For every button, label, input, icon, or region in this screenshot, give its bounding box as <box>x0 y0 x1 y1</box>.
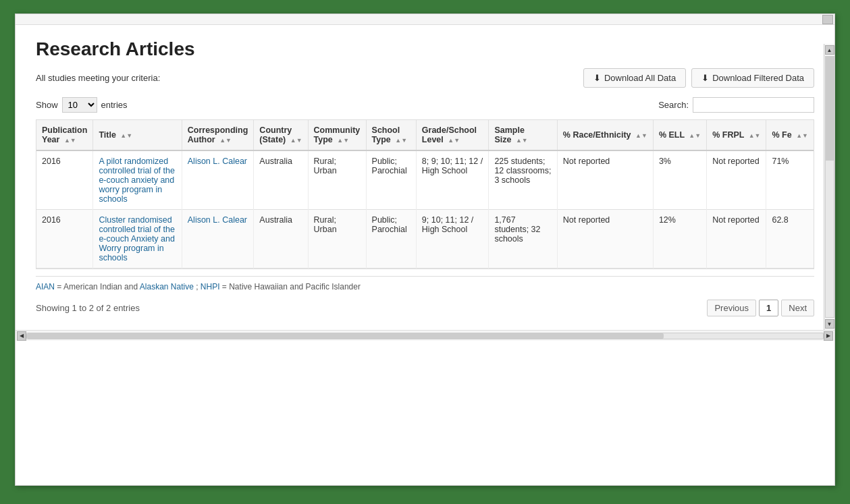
cell-corresponding-author[interactable]: Alison L. Calear <box>182 210 254 269</box>
col-community-type[interactable]: CommunityType ▲▼ <box>308 120 366 150</box>
cell-pub-year: 2016 <box>36 210 93 269</box>
col-school-type[interactable]: SchoolType ▲▼ <box>366 120 416 150</box>
scroll-left-arrow[interactable]: ◀ <box>17 331 26 341</box>
download-filtered-label: Download Filtered Data <box>712 73 804 83</box>
scrollbar-track[interactable] <box>26 333 824 339</box>
col-race-ethnicity[interactable]: % Race/Ethnicity ▲▼ <box>557 120 653 150</box>
cell-title[interactable]: Cluster randomised controlled trial of t… <box>93 210 182 269</box>
controls-bar: Show 10 25 50 100 entries Search: <box>36 97 814 113</box>
cell-ell: 12% <box>653 210 706 269</box>
cell-race-ethnicity: Not reported <box>557 150 653 210</box>
cell-country: Australia <box>254 150 308 210</box>
col-ell[interactable]: % ELL ▲▼ <box>653 120 706 150</box>
col-corresponding-author[interactable]: CorrespondingAuthor ▲▼ <box>182 120 254 150</box>
col-sample-size[interactable]: SampleSize ▲▼ <box>489 120 557 150</box>
scroll-down-arrow[interactable]: ▼ <box>825 319 834 329</box>
cell-community-type: Rural; Urban <box>308 150 366 210</box>
scrollbar-thumb[interactable] <box>27 333 664 339</box>
download-filtered-icon: ⬇ <box>701 73 709 83</box>
pagination: Showing 1 to 2 of 2 entries Previous 1 N… <box>36 300 814 316</box>
table-body: 2016A pilot randomized controlled trial … <box>36 150 814 269</box>
download-filtered-button[interactable]: ⬇ Download Filtered Data <box>691 68 814 88</box>
scrollbar-thumb-top[interactable] <box>822 15 833 24</box>
cell-community-type: Rural; Urban <box>308 210 366 269</box>
entries-label: entries <box>101 100 128 110</box>
data-table-wrapper: PublicationYear ▲▼ Title ▲▼ Correspondin… <box>36 119 814 269</box>
col-grade-level[interactable]: Grade/SchoolLevel ▲▼ <box>416 120 489 150</box>
search-bar: Search: <box>658 97 814 113</box>
page-title: Research Articles <box>36 38 814 60</box>
top-bar: All studies meeting your criteria: ⬇ Dow… <box>36 68 814 88</box>
cell-ell: 3% <box>653 150 706 210</box>
cell-pub-year: 2016 <box>36 150 93 210</box>
scrollbar-top[interactable] <box>16 14 834 25</box>
col-title[interactable]: Title ▲▼ <box>93 120 182 150</box>
table-header-row: PublicationYear ▲▼ Title ▲▼ Correspondin… <box>36 120 814 150</box>
download-icon: ⬇ <box>593 73 601 83</box>
scroll-up-arrow[interactable]: ▲ <box>825 45 834 55</box>
cell-title[interactable]: A pilot randomized controlled trial of t… <box>93 150 182 210</box>
scrollbar-bottom[interactable]: ◀ ▶ <box>16 330 834 341</box>
footnote-nhpi-separator: ; <box>196 282 201 291</box>
cell-sample-size: 1,767 students; 32 schools <box>489 210 557 269</box>
show-label: Show <box>36 100 58 110</box>
cell-frpl: Not reported <box>707 150 766 210</box>
pagination-page-1-button[interactable]: 1 <box>759 300 778 316</box>
cell-race-ethnicity: Not reported <box>557 210 653 269</box>
search-input[interactable] <box>693 97 814 113</box>
cell-school-type: Public; Parochial <box>366 150 416 210</box>
search-label: Search: <box>658 100 689 110</box>
pagination-controls: Previous 1 Next <box>707 300 814 316</box>
table-row: 2016A pilot randomized controlled trial … <box>36 150 814 210</box>
table-row: 2016Cluster randomised controlled trial … <box>36 210 814 269</box>
footnote-aian-label: AIAN <box>36 282 55 291</box>
col-frpl[interactable]: % FRPL ▲▼ <box>707 120 766 150</box>
cell-grade-level: 9; 10; 11; 12 / High School <box>416 210 489 269</box>
page-content: Research Articles All studies meeting yo… <box>16 25 834 330</box>
data-table: PublicationYear ▲▼ Title ▲▼ Correspondin… <box>36 120 814 269</box>
cell-sample-size: 225 students; 12 classrooms; 3 schools <box>489 150 557 210</box>
col-female[interactable]: % Fe ▲▼ <box>766 120 814 150</box>
cell-female: 62.8 <box>766 210 814 269</box>
footnote: AIAN = American Indian and Alaskan Nativ… <box>36 276 814 291</box>
cell-frpl: Not reported <box>707 210 766 269</box>
pagination-next-button[interactable]: Next <box>781 300 814 316</box>
col-pub-year[interactable]: PublicationYear ▲▼ <box>36 120 93 150</box>
pagination-info: Showing 1 to 2 of 2 entries <box>36 303 140 313</box>
col-country[interactable]: Country(State) ▲▼ <box>254 120 308 150</box>
footnote-nhpi-def: = Native Hawaiian and Pacific Islander <box>222 282 361 291</box>
cell-female: 71% <box>766 150 814 210</box>
criteria-text: All studies meeting your criteria: <box>36 73 583 83</box>
pagination-prev-button[interactable]: Previous <box>707 300 756 316</box>
cell-corresponding-author[interactable]: Alison L. Calear <box>182 150 254 210</box>
cell-grade-level: 8; 9; 10; 11; 12 / High School <box>416 150 489 210</box>
download-all-label: Download All Data <box>604 73 676 83</box>
footnote-aian-def: = American Indian and <box>57 282 139 291</box>
show-entries: Show 10 25 50 100 entries <box>36 97 128 113</box>
main-window: Research Articles All studies meeting yo… <box>15 13 835 486</box>
download-all-button[interactable]: ⬇ Download All Data <box>583 68 686 88</box>
entries-select[interactable]: 10 25 50 100 <box>62 97 97 113</box>
footnote-alaskan-label: Alaskan Native <box>140 282 194 291</box>
cell-school-type: Public; Parochial <box>366 210 416 269</box>
footnote-nhpi-label: NHPI <box>201 282 220 291</box>
scrollbar-right[interactable]: ▲ ▼ <box>824 44 834 330</box>
scroll-right-arrow[interactable]: ▶ <box>824 331 833 341</box>
cell-country: Australia <box>254 210 308 269</box>
